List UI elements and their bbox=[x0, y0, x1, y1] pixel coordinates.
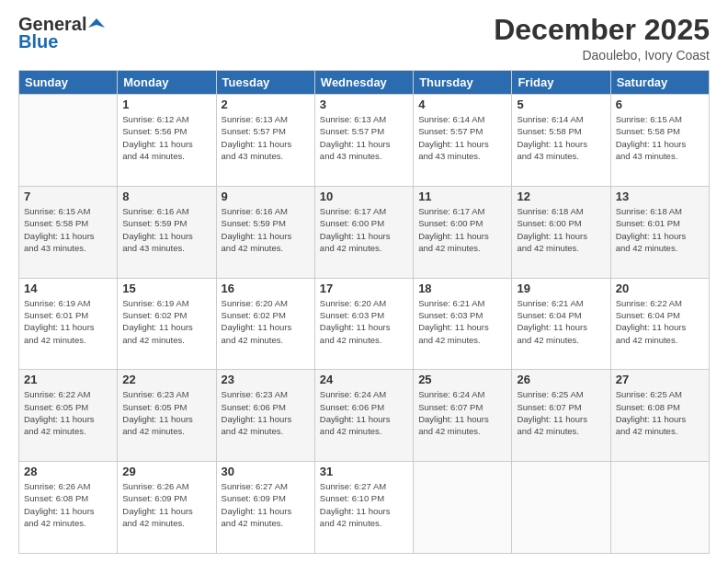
header: General Blue December 2025 Daoulebo, Ivo… bbox=[18, 14, 710, 63]
sunset-text: Sunset: 6:01 PM bbox=[616, 217, 704, 229]
day-number: 22 bbox=[122, 373, 210, 386]
day-cell bbox=[19, 95, 118, 187]
sunrise-text: Sunrise: 6:22 AM bbox=[24, 388, 112, 400]
sunrise-text: Sunrise: 6:26 AM bbox=[122, 480, 210, 492]
daylight-text-cont: and 43 minutes. bbox=[122, 242, 210, 254]
sunrise-text: Sunrise: 6:16 AM bbox=[122, 205, 210, 217]
day-cell: 5Sunrise: 6:14 AMSunset: 5:58 PMDaylight… bbox=[512, 95, 610, 187]
sunrise-text: Sunrise: 6:27 AM bbox=[222, 480, 310, 492]
daylight-text: Daylight: 11 hours bbox=[320, 138, 408, 150]
sunrise-text: Sunrise: 6:15 AM bbox=[616, 113, 704, 125]
sunset-text: Sunset: 6:08 PM bbox=[616, 401, 704, 413]
day-info: Sunrise: 6:25 AMSunset: 6:07 PMDaylight:… bbox=[517, 388, 605, 437]
daylight-text-cont: and 42 minutes. bbox=[222, 334, 310, 346]
daylight-text-cont: and 42 minutes. bbox=[122, 517, 210, 529]
sunrise-text: Sunrise: 6:25 AM bbox=[616, 388, 704, 400]
day-info: Sunrise: 6:19 AMSunset: 6:02 PMDaylight:… bbox=[122, 297, 210, 346]
day-number: 5 bbox=[517, 98, 605, 111]
sunrise-text: Sunrise: 6:19 AM bbox=[24, 297, 112, 309]
daylight-text: Daylight: 11 hours bbox=[24, 505, 112, 517]
sunrise-text: Sunrise: 6:23 AM bbox=[222, 388, 310, 400]
day-cell: 11Sunrise: 6:17 AMSunset: 6:00 PMDayligh… bbox=[414, 186, 512, 278]
sunset-text: Sunset: 6:07 PM bbox=[418, 401, 506, 413]
day-info: Sunrise: 6:20 AMSunset: 6:02 PMDaylight:… bbox=[222, 297, 310, 346]
day-number: 20 bbox=[616, 282, 704, 295]
day-info: Sunrise: 6:21 AMSunset: 6:03 PMDaylight:… bbox=[418, 297, 506, 346]
daylight-text-cont: and 42 minutes. bbox=[320, 425, 408, 437]
sunset-text: Sunset: 5:57 PM bbox=[418, 125, 506, 137]
day-info: Sunrise: 6:16 AMSunset: 5:59 PMDaylight:… bbox=[222, 205, 310, 254]
day-cell: 25Sunrise: 6:24 AMSunset: 6:07 PMDayligh… bbox=[414, 370, 512, 462]
day-cell: 24Sunrise: 6:24 AMSunset: 6:06 PMDayligh… bbox=[314, 370, 413, 462]
sunset-text: Sunset: 6:00 PM bbox=[517, 217, 605, 229]
day-number: 14 bbox=[24, 282, 112, 295]
day-number: 9 bbox=[222, 190, 310, 203]
col-wednesday: Wednesday bbox=[314, 71, 413, 95]
day-number: 23 bbox=[222, 373, 310, 386]
daylight-text-cont: and 43 minutes. bbox=[222, 150, 310, 162]
daylight-text-cont: and 42 minutes. bbox=[418, 334, 506, 346]
page: General Blue December 2025 Daoulebo, Ivo… bbox=[0, 0, 728, 563]
sunrise-text: Sunrise: 6:20 AM bbox=[222, 297, 310, 309]
day-cell: 29Sunrise: 6:26 AMSunset: 6:09 PMDayligh… bbox=[118, 462, 216, 554]
day-cell: 13Sunrise: 6:18 AMSunset: 6:01 PMDayligh… bbox=[610, 186, 709, 278]
day-cell: 21Sunrise: 6:22 AMSunset: 6:05 PMDayligh… bbox=[19, 370, 118, 462]
header-row: Sunday Monday Tuesday Wednesday Thursday… bbox=[19, 71, 710, 95]
daylight-text: Daylight: 11 hours bbox=[122, 230, 210, 242]
day-cell: 15Sunrise: 6:19 AMSunset: 6:02 PMDayligh… bbox=[118, 278, 216, 370]
daylight-text: Daylight: 11 hours bbox=[517, 230, 605, 242]
daylight-text-cont: and 42 minutes. bbox=[24, 334, 112, 346]
day-number: 29 bbox=[122, 465, 210, 478]
daylight-text-cont: and 42 minutes. bbox=[122, 425, 210, 437]
day-number: 12 bbox=[517, 190, 605, 203]
day-info: Sunrise: 6:16 AMSunset: 5:59 PMDaylight:… bbox=[122, 205, 210, 254]
daylight-text-cont: and 42 minutes. bbox=[517, 242, 605, 254]
daylight-text: Daylight: 11 hours bbox=[222, 230, 310, 242]
day-info: Sunrise: 6:12 AMSunset: 5:56 PMDaylight:… bbox=[122, 113, 210, 162]
sunset-text: Sunset: 6:08 PM bbox=[24, 492, 112, 504]
day-info: Sunrise: 6:15 AMSunset: 5:58 PMDaylight:… bbox=[24, 205, 112, 254]
daylight-text: Daylight: 11 hours bbox=[418, 230, 506, 242]
day-info: Sunrise: 6:17 AMSunset: 6:00 PMDaylight:… bbox=[320, 205, 408, 254]
sunset-text: Sunset: 5:58 PM bbox=[616, 125, 704, 137]
daylight-text-cont: and 43 minutes. bbox=[517, 150, 605, 162]
daylight-text: Daylight: 11 hours bbox=[24, 230, 112, 242]
day-info: Sunrise: 6:13 AMSunset: 5:57 PMDaylight:… bbox=[320, 113, 408, 162]
day-number: 17 bbox=[320, 282, 408, 295]
day-number: 2 bbox=[222, 98, 310, 111]
daylight-text-cont: and 43 minutes. bbox=[616, 150, 704, 162]
day-info: Sunrise: 6:25 AMSunset: 6:08 PMDaylight:… bbox=[616, 388, 704, 437]
daylight-text-cont: and 42 minutes. bbox=[517, 334, 605, 346]
day-cell: 9Sunrise: 6:16 AMSunset: 5:59 PMDaylight… bbox=[216, 186, 314, 278]
sunrise-text: Sunrise: 6:24 AM bbox=[320, 388, 408, 400]
day-cell: 1Sunrise: 6:12 AMSunset: 5:56 PMDaylight… bbox=[118, 95, 216, 187]
day-cell bbox=[512, 462, 610, 554]
daylight-text: Daylight: 11 hours bbox=[222, 505, 310, 517]
sunrise-text: Sunrise: 6:18 AM bbox=[616, 205, 704, 217]
day-cell: 7Sunrise: 6:15 AMSunset: 5:58 PMDaylight… bbox=[19, 186, 118, 278]
daylight-text: Daylight: 11 hours bbox=[320, 321, 408, 333]
day-info: Sunrise: 6:19 AMSunset: 6:01 PMDaylight:… bbox=[24, 297, 112, 346]
sunrise-text: Sunrise: 6:14 AM bbox=[418, 113, 506, 125]
daylight-text-cont: and 42 minutes. bbox=[222, 517, 310, 529]
daylight-text: Daylight: 11 hours bbox=[320, 230, 408, 242]
sunset-text: Sunset: 6:10 PM bbox=[320, 492, 408, 504]
daylight-text-cont: and 44 minutes. bbox=[122, 150, 210, 162]
daylight-text-cont: and 42 minutes. bbox=[320, 517, 408, 529]
day-number: 19 bbox=[517, 282, 605, 295]
day-cell: 16Sunrise: 6:20 AMSunset: 6:02 PMDayligh… bbox=[216, 278, 314, 370]
daylight-text: Daylight: 11 hours bbox=[616, 230, 704, 242]
day-cell: 20Sunrise: 6:22 AMSunset: 6:04 PMDayligh… bbox=[610, 278, 709, 370]
sunrise-text: Sunrise: 6:23 AM bbox=[122, 388, 210, 400]
sunrise-text: Sunrise: 6:17 AM bbox=[320, 205, 408, 217]
sunrise-text: Sunrise: 6:15 AM bbox=[24, 205, 112, 217]
week-row-4: 21Sunrise: 6:22 AMSunset: 6:05 PMDayligh… bbox=[19, 370, 710, 462]
daylight-text: Daylight: 11 hours bbox=[616, 413, 704, 425]
col-tuesday: Tuesday bbox=[216, 71, 314, 95]
day-cell: 8Sunrise: 6:16 AMSunset: 5:59 PMDaylight… bbox=[118, 186, 216, 278]
day-info: Sunrise: 6:22 AMSunset: 6:05 PMDaylight:… bbox=[24, 388, 112, 437]
logo-blue-text: Blue bbox=[18, 31, 58, 52]
day-number: 13 bbox=[616, 190, 704, 203]
day-number: 15 bbox=[122, 282, 210, 295]
day-number: 16 bbox=[222, 282, 310, 295]
